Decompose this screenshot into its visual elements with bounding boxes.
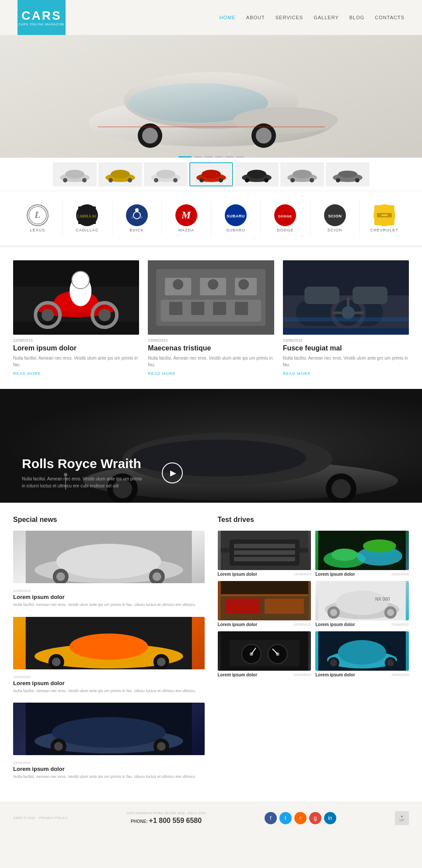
svg-point-117 (157, 658, 166, 666)
nav-contacts[interactable]: CONTACTS (375, 15, 405, 20)
car-thumb-3[interactable] (144, 162, 188, 186)
car-thumb-2[interactable] (98, 162, 142, 186)
footer-phone-label: PHONE: (131, 819, 148, 824)
svg-point-69 (72, 271, 89, 289)
car-thumb-7[interactable] (326, 162, 370, 186)
svg-point-80 (173, 279, 183, 290)
brand-subaru[interactable]: SUBARU SUBARU (211, 200, 261, 237)
special-news-title: Special news (13, 516, 205, 524)
car-thumb-4[interactable] (189, 162, 233, 186)
svg-rect-59 (377, 216, 392, 217)
brand-buick-logo (126, 204, 148, 226)
svg-text:L: L (34, 209, 41, 220)
brand-mazda-label: MAZDA (178, 228, 195, 232)
brand-cadillac-logo: CADILLAC (76, 204, 98, 226)
hero-dot-2[interactable] (194, 156, 202, 158)
social-linkedin[interactable]: in (324, 812, 336, 824)
play-button[interactable]: ▶ (162, 462, 183, 483)
svg-point-12 (82, 178, 87, 182)
brand-cadillac[interactable]: CADILLAC CADILLAC (63, 200, 112, 237)
special-news-item-3: 23/09/2016 Lorem ipsum dolor Nulla facil… (13, 703, 205, 780)
test-drives-title: Test drives (218, 516, 409, 524)
hero-dot-5[interactable] (226, 156, 234, 158)
special-news-item-1-title: Lorem ipsum dolor (13, 594, 205, 600)
hero-dot-4[interactable] (215, 156, 223, 158)
article-3-readmore[interactable]: READ MORE (283, 371, 409, 376)
nav-about[interactable]: ABOUT (246, 15, 265, 20)
logo[interactable]: CARS CARS ONLINE MAGAZINE (17, 0, 66, 35)
article-1-readmore[interactable]: READ MORE (13, 371, 139, 376)
brand-mazda-logo: M (175, 204, 197, 226)
svg-point-27 (245, 178, 249, 182)
svg-point-24 (219, 178, 223, 182)
test-date-1: 22/09/2015 (293, 572, 311, 576)
footer-copyright: CARS © 2015 (13, 816, 35, 820)
svg-rect-77 (191, 302, 204, 315)
footer-center: 3165 RAINBOW ROAD SILVER SIDE, OSLO 3150… (126, 811, 206, 825)
svg-point-124 (157, 742, 166, 751)
svg-point-81 (208, 279, 218, 290)
brand-lexus-logo: L (27, 204, 49, 226)
car-thumb-6[interactable] (280, 162, 324, 186)
test-drives-column: Test drives Lorem ipsum dolor (218, 516, 409, 789)
logo-subtitle: CARS ONLINE MAGAZINE (18, 23, 65, 26)
scroll-up-button[interactable]: ▲ UP (395, 811, 409, 825)
brand-subaru-label: SUBARU (226, 228, 245, 232)
car-thumb-1[interactable] (53, 162, 97, 186)
test-image-2 (315, 531, 409, 570)
article-2-title: Maecenas tristique (148, 344, 274, 352)
test-item-6: Lorem ipsum dolor 23/09/2015 (315, 631, 409, 677)
social-googleplus[interactable]: g (309, 812, 321, 824)
nav-blog[interactable]: BLOG (349, 15, 365, 20)
article-3-image (283, 260, 409, 335)
svg-point-82 (238, 279, 249, 290)
svg-point-26 (247, 170, 266, 178)
special-news-item-3-title: Lorem ipsum dolor (13, 766, 205, 772)
hero-dot-6[interactable] (236, 156, 244, 158)
brand-chevrolet[interactable]: CHEVROLET (360, 200, 409, 237)
brand-buick[interactable]: BUICK (112, 200, 162, 237)
svg-point-65 (42, 309, 54, 321)
svg-point-34 (338, 171, 357, 178)
article-3-title: Fusce feugiat mal (283, 344, 409, 352)
footer-privacy[interactable]: PRIVACY POLICY (39, 816, 68, 820)
brand-scion[interactable]: SCION SCION (310, 200, 360, 237)
brand-lexus[interactable]: L LEXUS (13, 200, 63, 237)
test-image-5 (218, 631, 311, 671)
nav-gallery[interactable]: GALLERY (314, 15, 339, 20)
hero-dot-3[interactable] (205, 156, 213, 158)
brand-dodge[interactable]: DODGE DODGE (261, 200, 310, 237)
special-news-item-2-title: Lorem ipsum dolor (13, 680, 205, 686)
article-3-text: Nulla facilisi. Aenean nec eros. Vestib … (283, 355, 409, 368)
test-date-2: 23/09/2015 (391, 572, 409, 576)
svg-point-148 (330, 609, 337, 616)
article-3-date: 23/08/2015 (283, 338, 409, 343)
article-1-text: Nulla facilisi. Aenean nec eros. Vestib … (13, 355, 139, 368)
brand-scion-label: SCION (328, 228, 342, 232)
brand-chevrolet-logo (373, 204, 395, 226)
svg-rect-128 (234, 544, 295, 548)
article-2-readmore[interactable]: READ MORE (148, 371, 274, 376)
nav-services[interactable]: SERVICES (276, 15, 303, 20)
svg-point-45 (131, 216, 134, 219)
special-news-date-1: 02/08/2015 (13, 589, 31, 593)
svg-text:NX 000: NX 000 (375, 597, 390, 602)
svg-point-28 (264, 178, 269, 182)
test-title-3: Lorem ipsum dolor (218, 622, 258, 627)
svg-point-162 (338, 640, 386, 665)
up-label: UP (399, 818, 404, 822)
hero-dot-1[interactable] (178, 156, 192, 158)
nav-home[interactable]: HOME (220, 15, 236, 20)
car-thumb-5[interactable] (235, 162, 279, 186)
social-rss[interactable]: r (294, 812, 307, 824)
footer-left: CARS © 2015 PRIVACY POLICY (13, 816, 68, 820)
svg-rect-139 (220, 594, 308, 596)
svg-point-3 (233, 107, 338, 133)
article-1: 22/08/2015 Lorem ipsum dolor Nulla facil… (13, 260, 139, 376)
dark-content: Rolls Royce Wraith Nulla facilisi. Aenea… (22, 456, 183, 490)
svg-point-108 (56, 572, 65, 581)
social-twitter[interactable]: t (279, 812, 292, 824)
brand-mazda[interactable]: M MAZDA (162, 200, 211, 237)
social-facebook[interactable]: f (265, 812, 277, 824)
svg-rect-153 (229, 640, 299, 666)
